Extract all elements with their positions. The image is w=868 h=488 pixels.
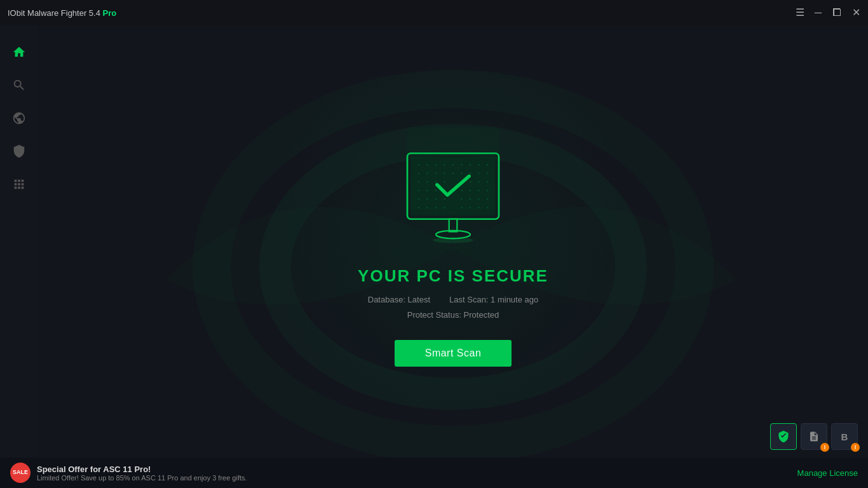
document-icon xyxy=(808,431,820,442)
box-badge: ! xyxy=(851,443,860,452)
svg-point-26 xyxy=(444,181,445,183)
svg-point-52 xyxy=(470,207,471,209)
svg-point-35 xyxy=(461,190,463,192)
shield-icon xyxy=(12,144,26,158)
menu-button[interactable]: ☰ xyxy=(796,8,804,18)
svg-point-43 xyxy=(461,198,463,200)
svg-point-23 xyxy=(418,181,420,183)
protect-status: Protect Status: Protected xyxy=(407,308,499,322)
database-status: Database: Latest xyxy=(368,292,430,307)
svg-point-45 xyxy=(478,198,480,200)
sidebar-item-web[interactable] xyxy=(5,104,33,132)
apps-icon xyxy=(12,177,26,191)
sidebar-item-apps[interactable] xyxy=(5,170,33,198)
svg-point-41 xyxy=(435,198,437,200)
app-title: IObit Malware Fighter 5.4 Pro xyxy=(8,8,116,18)
notification-box-button[interactable]: B ! xyxy=(831,423,858,450)
svg-point-11 xyxy=(470,164,471,166)
svg-point-38 xyxy=(487,190,489,192)
titlebar-controls: ☰ ─ ⧠ ✕ xyxy=(796,8,860,18)
svg-point-22 xyxy=(487,173,489,175)
svg-point-47 xyxy=(418,207,420,209)
svg-point-29 xyxy=(478,181,480,183)
svg-point-12 xyxy=(478,164,480,166)
svg-point-30 xyxy=(487,181,489,183)
sale-badge: SALE xyxy=(10,463,31,483)
notification-doc-button[interactable]: ! xyxy=(801,423,827,450)
svg-point-6 xyxy=(426,164,428,166)
svg-point-14 xyxy=(418,173,420,175)
svg-point-53 xyxy=(478,207,480,209)
svg-point-21 xyxy=(478,173,480,175)
titlebar-left: IObit Malware Fighter 5.4 Pro xyxy=(8,8,116,18)
manage-license-link[interactable]: Manage License xyxy=(797,468,858,478)
svg-point-15 xyxy=(426,173,428,175)
offer-section: SALE Special Offer for ASC 11 Pro! Limit… xyxy=(10,463,247,483)
svg-point-36 xyxy=(470,190,471,192)
svg-point-57 xyxy=(433,238,473,243)
background-decoration xyxy=(38,25,868,488)
svg-point-37 xyxy=(478,190,480,192)
monitor-svg xyxy=(396,147,510,248)
svg-rect-55 xyxy=(449,219,458,232)
shield-check-icon xyxy=(777,430,790,443)
doc-badge: ! xyxy=(820,443,829,452)
svg-point-33 xyxy=(435,190,437,192)
svg-point-25 xyxy=(435,181,437,183)
sidebar-item-protect[interactable] xyxy=(5,137,33,165)
svg-point-9 xyxy=(452,164,454,166)
offer-subtitle: Limited Offer! Save up to 85% on ASC 11 … xyxy=(37,474,247,482)
svg-point-40 xyxy=(426,198,428,200)
svg-point-46 xyxy=(487,198,489,200)
restore-button[interactable]: ⧠ xyxy=(832,8,842,18)
bottom-icon-group: ! B ! xyxy=(770,423,858,450)
svg-point-13 xyxy=(487,164,489,166)
svg-point-39 xyxy=(418,198,420,200)
svg-point-51 xyxy=(461,207,463,209)
home-icon xyxy=(12,45,26,59)
svg-point-32 xyxy=(426,190,428,192)
svg-point-8 xyxy=(444,164,445,166)
close-button[interactable]: ✕ xyxy=(852,8,860,18)
last-scan-status: Last Scan: 1 minute ago xyxy=(449,292,538,307)
sidebar-item-scan[interactable] xyxy=(5,71,33,99)
sidebar xyxy=(0,25,38,488)
search-icon xyxy=(12,78,26,92)
monitor-illustration xyxy=(396,147,510,251)
status-title: YOUR PC IS SECURE xyxy=(358,266,548,286)
offer-text: Special Offer for ASC 11 Pro! Limited Of… xyxy=(37,464,247,482)
bottom-right: Manage License xyxy=(797,468,858,478)
svg-point-19 xyxy=(461,173,463,175)
svg-point-54 xyxy=(487,207,489,209)
svg-point-20 xyxy=(470,173,471,175)
svg-point-5 xyxy=(418,164,420,166)
globe-icon xyxy=(12,111,26,125)
svg-point-17 xyxy=(444,173,445,175)
minimize-button[interactable]: ─ xyxy=(815,8,822,18)
sidebar-item-home[interactable] xyxy=(5,38,33,66)
pro-label: Pro xyxy=(103,8,117,18)
svg-point-18 xyxy=(452,173,454,175)
svg-point-10 xyxy=(461,164,463,166)
offer-title: Special Offer for ASC 11 Pro! xyxy=(37,464,247,474)
svg-point-31 xyxy=(418,190,420,192)
svg-point-28 xyxy=(470,181,471,183)
svg-point-16 xyxy=(435,173,437,175)
svg-point-42 xyxy=(444,198,445,200)
svg-point-48 xyxy=(426,207,428,209)
security-status-button[interactable] xyxy=(770,423,797,450)
svg-point-49 xyxy=(435,207,437,209)
bottom-toolbar: SALE Special Offer for ASC 11 Pro! Limit… xyxy=(0,458,868,488)
status-details: Database: Latest Last Scan: 1 minute ago… xyxy=(368,292,539,322)
box-label: B xyxy=(841,431,848,442)
smart-scan-button[interactable]: Smart Scan xyxy=(395,340,512,367)
svg-point-24 xyxy=(426,181,428,183)
svg-point-50 xyxy=(444,207,445,209)
svg-point-44 xyxy=(470,198,471,200)
titlebar: IObit Malware Fighter 5.4 Pro ☰ ─ ⧠ ✕ xyxy=(0,0,868,25)
svg-point-7 xyxy=(435,164,437,166)
main-content: YOUR PC IS SECURE Database: Latest Last … xyxy=(38,25,868,488)
